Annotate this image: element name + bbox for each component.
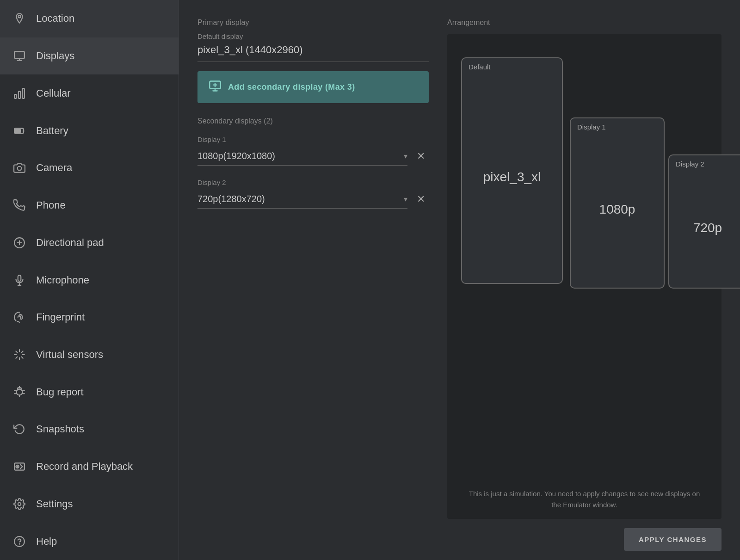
arrangement-default-box-name: pixel_3_xl	[483, 170, 541, 185]
display1-chevron-icon: ▾	[404, 152, 407, 160]
sidebar-item-camera-label: Camera	[36, 162, 72, 174]
arrangement-note: This is just a simulation. You need to a…	[447, 480, 722, 519]
display2-row: Display 2 720p(1280x720) ▾ ✕	[197, 178, 429, 209]
svg-point-0	[18, 15, 20, 18]
virtual-sensors-icon	[13, 348, 26, 361]
default-display-value: pixel_3_xl (1440x2960)	[197, 44, 429, 62]
display2-chevron-icon: ▾	[404, 195, 407, 203]
display2-remove-button[interactable]: ✕	[413, 191, 429, 207]
bottom-bar: APPLY CHANGES	[179, 519, 740, 560]
sidebar-item-virtual-sensors[interactable]: Virtual sensors	[0, 336, 179, 374]
svg-rect-9	[18, 275, 21, 281]
display2-label: Display 2	[197, 178, 429, 186]
sidebar-item-phone[interactable]: Phone	[0, 187, 179, 224]
svg-rect-4	[23, 88, 25, 98]
display1-remove-button[interactable]: ✕	[413, 148, 429, 164]
sidebar-item-cellular-label: Cellular	[36, 87, 71, 99]
camera-icon	[13, 161, 26, 174]
main-content: Primary display Default display pixel_3_…	[179, 0, 740, 560]
microphone-icon	[13, 274, 26, 287]
secondary-displays-label: Secondary displays (2)	[197, 117, 429, 125]
bug-report-icon	[13, 386, 26, 399]
display1-select-row: 1080p(1920x1080) ▾ ✕	[197, 147, 429, 166]
primary-display-section: Primary display Default display pixel_3_…	[197, 18, 429, 71]
add-display-monitor-icon	[209, 80, 222, 95]
arrangement-inner: Default pixel_3_xl Display 1 1080p	[447, 34, 722, 480]
display1-select-wrapper[interactable]: 1080p(1920x1080) ▾	[197, 147, 407, 166]
sidebar: Location Displays Cellular Battery Camer…	[0, 0, 179, 560]
add-secondary-display-label: Add secondary display (Max 3)	[228, 82, 355, 92]
sidebar-item-microphone-label: Microphone	[36, 274, 89, 286]
arrangement-display2-box-label: Display 2	[669, 155, 711, 168]
sidebar-item-bug-report-label: Bug report	[36, 386, 84, 398]
sidebar-item-location[interactable]: Location	[0, 0, 179, 37]
svg-rect-6	[15, 129, 20, 132]
sidebar-item-help[interactable]: Help	[0, 523, 179, 560]
sidebar-item-microphone[interactable]: Microphone	[0, 261, 179, 299]
sidebar-item-battery-label: Battery	[36, 125, 68, 137]
sidebar-item-displays[interactable]: Displays	[0, 37, 179, 75]
svg-point-7	[18, 166, 22, 171]
arrangement-display2-box-name: 720p	[693, 221, 722, 235]
display2-value: 720p(1280x720)	[197, 190, 404, 208]
display2-select-wrapper[interactable]: 720p(1280x720) ▾	[197, 190, 407, 209]
sidebar-item-record-playback[interactable]: Record and Playback	[0, 448, 179, 486]
left-panel: Primary display Default display pixel_3_…	[197, 18, 429, 519]
help-icon	[13, 535, 26, 548]
svg-rect-1	[14, 51, 25, 58]
svg-point-13	[18, 503, 21, 506]
primary-display-section-label: Primary display	[197, 18, 429, 27]
sidebar-item-settings-label: Settings	[36, 498, 73, 510]
phone-icon	[13, 199, 26, 212]
cellular-icon	[13, 87, 26, 100]
sidebar-item-record-playback-label: Record and Playback	[36, 461, 133, 473]
snapshots-icon	[13, 423, 26, 436]
arrangement-area: Default pixel_3_xl Display 1 1080p	[447, 34, 722, 519]
arrangement-display2-box: Display 2 720p	[668, 154, 740, 289]
arrangement-label: Arrangement	[447, 18, 722, 27]
display1-value: 1080p(1920x1080)	[197, 147, 404, 165]
apply-changes-button[interactable]: APPLY CHANGES	[624, 528, 722, 551]
arrangement-default-box: Default pixel_3_xl	[461, 57, 563, 284]
battery-icon	[13, 124, 26, 137]
sidebar-item-cellular[interactable]: Cellular	[0, 74, 179, 112]
sidebar-item-phone-label: Phone	[36, 199, 66, 211]
sidebar-item-battery[interactable]: Battery	[0, 112, 179, 149]
arrangement-display1-box-label: Display 1	[571, 118, 612, 131]
sidebar-item-directional-pad-label: Directional pad	[36, 237, 104, 249]
sidebar-item-bug-report[interactable]: Bug report	[0, 373, 179, 411]
sidebar-item-location-label: Location	[36, 12, 74, 25]
directional-pad-icon	[13, 236, 26, 249]
secondary-displays-section: Secondary displays (2) Display 1 1080p(1…	[197, 117, 429, 222]
sidebar-item-virtual-sensors-label: Virtual sensors	[36, 349, 103, 361]
sidebar-item-camera[interactable]: Camera	[0, 149, 179, 187]
right-panel: Arrangement Default pixel_3_xl Display 1	[429, 18, 722, 519]
display1-row: Display 1 1080p(1920x1080) ▾ ✕	[197, 135, 429, 166]
arrangement-default-box-label: Default	[462, 58, 497, 71]
sidebar-item-fingerprint-label: Fingerprint	[36, 311, 85, 323]
sidebar-item-fingerprint[interactable]: Fingerprint	[0, 299, 179, 336]
default-display-label: Default display	[197, 32, 429, 40]
svg-rect-2	[14, 94, 16, 98]
sidebar-item-snapshots[interactable]: Snapshots	[0, 411, 179, 448]
displays-icon	[13, 49, 26, 62]
location-icon	[13, 12, 26, 25]
svg-point-12	[17, 466, 18, 467]
settings-icon	[13, 498, 26, 511]
display2-select-row: 720p(1280x720) ▾ ✕	[197, 190, 429, 209]
sidebar-item-snapshots-label: Snapshots	[36, 423, 84, 435]
display1-label: Display 1	[197, 135, 429, 143]
arrangement-display1-box: Display 1 1080p	[570, 117, 665, 289]
arrangement-display1-box-name: 1080p	[599, 202, 635, 217]
record-playback-icon	[13, 460, 26, 473]
sidebar-item-help-label: Help	[36, 535, 57, 548]
sidebar-item-directional-pad[interactable]: Directional pad	[0, 224, 179, 261]
content-area: Primary display Default display pixel_3_…	[179, 0, 740, 519]
sidebar-item-displays-label: Displays	[36, 50, 74, 62]
svg-rect-3	[18, 91, 20, 98]
add-secondary-display-button[interactable]: Add secondary display (Max 3)	[197, 71, 429, 103]
fingerprint-icon	[13, 311, 26, 324]
sidebar-item-settings[interactable]: Settings	[0, 486, 179, 523]
